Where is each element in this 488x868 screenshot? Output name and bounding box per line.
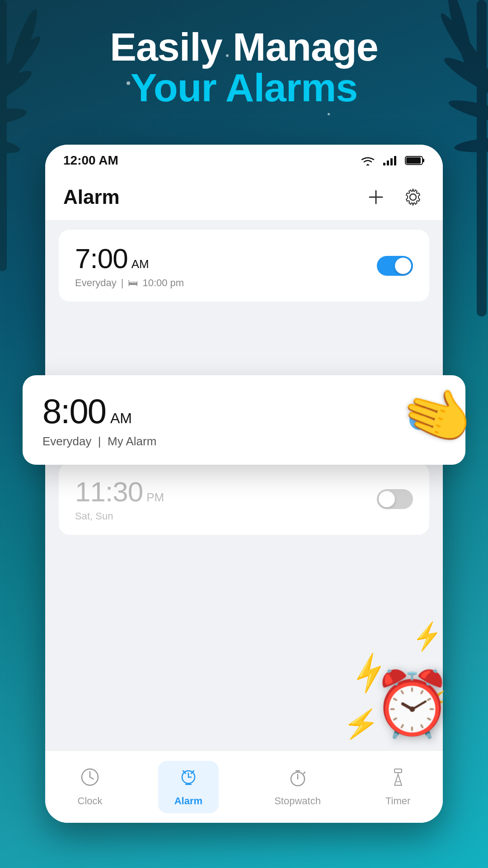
settings-button[interactable] [401,185,425,209]
floating-alarm-period: AM [110,410,132,427]
alarm-nav-icon [178,767,198,792]
wifi-icon [360,155,376,166]
plus-icon [367,188,385,206]
hero-line1: Easily Manage [0,27,488,67]
clock-nav-icon [80,767,100,792]
alarm-1-repeat: Everyday [75,277,117,289]
alarm-1-divider: | [121,277,124,289]
alarm-4-time: 11:30 PM [75,476,164,508]
svg-rect-17 [422,159,424,162]
nav-label-clock: Clock [78,795,103,807]
gear-icon [404,188,422,207]
add-alarm-button[interactable] [364,185,388,209]
timer-nav-icon [388,767,408,792]
svg-rect-12 [383,163,385,165]
nav-label-alarm: Alarm [174,795,202,807]
alarm-4-schedule: Sat, Sun [75,510,164,522]
alarm-1-toggle[interactable] [377,256,413,276]
alarm-4-hour: 11:30 [75,476,143,508]
alarm-1-bedtime: 10:00 pm [142,277,184,289]
alarm-1-schedule: Everyday | 🛏 10:00 pm [75,277,184,289]
bed-icon: 🛏 [128,277,138,289]
alarm-1-hour: 7:00 [75,242,128,274]
svg-rect-36 [394,769,402,773]
floating-alarm-time: 8:00 AM [42,392,156,431]
app-title: Alarm [63,186,120,208]
alarm-4-repeat: Sat, Sun [75,510,113,522]
lightning-3: ⚡ [409,619,445,654]
status-bar: 12:00 AM [45,145,443,176]
battery-icon [405,155,425,166]
alarm-1-time: 7:00 AM [75,242,184,274]
signal-icon [382,155,399,166]
hero-line2: Your Alarms [0,67,488,108]
alarm-4-toggle-knob [379,491,395,507]
floating-alarm-hour: 8:00 [42,392,106,431]
nav-item-clock[interactable]: Clock [69,763,112,811]
alarm-clock-decoration: ⏰ [373,667,452,741]
nav-item-alarm[interactable]: Alarm [158,761,219,813]
stopwatch-icon [288,767,308,787]
alarm-4-period: PM [146,491,164,505]
svg-rect-14 [390,158,393,165]
nav-label-timer: Timer [385,795,410,807]
nav-item-timer[interactable]: Timer [376,763,419,811]
timer-icon [388,767,408,787]
status-icons [360,155,425,166]
app-header: Alarm [45,176,443,221]
svg-rect-18 [406,157,421,164]
svg-line-24 [90,777,94,779]
svg-line-35 [304,772,305,774]
svg-rect-15 [394,156,396,165]
alarm-4-info: 11:30 PM Sat, Sun [75,476,164,522]
alarm-1-info: 7:00 AM Everyday | 🛏 10:00 pm [75,242,184,289]
floating-alarm-schedule: Everyday | My Alarm [42,434,156,448]
nav-label-stopwatch: Stopwatch [274,795,321,807]
alarm-card-1[interactable]: 7:00 AM Everyday | 🛏 10:00 pm [59,230,429,302]
alarm-4-toggle[interactable] [377,489,413,509]
alarm-card-4[interactable]: 11:30 PM Sat, Sun [59,463,429,535]
nav-item-stopwatch[interactable]: Stopwatch [265,763,330,811]
alarm-1-period: AM [131,257,149,271]
svg-rect-13 [387,160,389,165]
header-actions [364,185,425,209]
alarm-1-toggle-knob [395,258,411,274]
star-3 [328,113,330,115]
svg-point-21 [410,194,416,200]
status-time: 12:00 AM [63,153,118,168]
clock-icon [80,767,100,787]
stopwatch-nav-icon [288,767,308,792]
hero-section: Easily Manage Your Alarms [0,27,488,108]
bottom-navigation: Clock Alarm [45,750,443,823]
floating-alarm-info: 8:00 AM Everyday | My Alarm [42,392,156,448]
alarm-bell-icon [178,767,198,787]
